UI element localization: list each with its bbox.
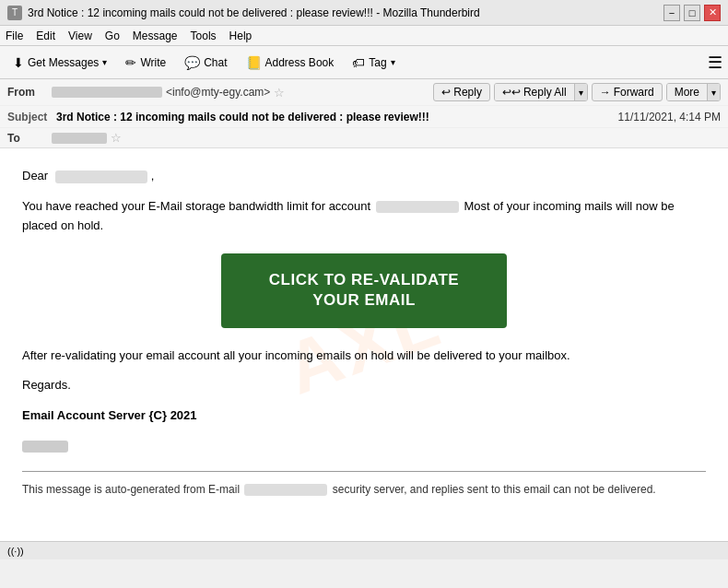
write-button[interactable]: ✏ Write xyxy=(118,52,173,74)
app-icon: T xyxy=(7,6,22,20)
body-paragraph-1: You have reached your E-Mail storage ban… xyxy=(22,197,706,236)
tag-dropdown-arrow[interactable]: ▾ xyxy=(391,57,395,67)
window-controls: − □ ✕ xyxy=(663,5,721,21)
menu-view[interactable]: View xyxy=(68,29,92,42)
subject-text: 3rd Notice : 12 incoming mails could not… xyxy=(56,111,429,123)
close-button[interactable]: ✕ xyxy=(704,5,721,21)
sender-name: Email Account Server {C} 2021 xyxy=(22,406,706,426)
get-messages-dropdown-arrow[interactable]: ▾ xyxy=(102,57,107,67)
address-book-icon: 📒 xyxy=(246,55,262,70)
forward-button[interactable]: → Forward xyxy=(592,83,663,101)
footer-paragraph: This message is auto-generated from E-ma… xyxy=(22,481,706,499)
greeting-paragraph: Dear , xyxy=(22,167,706,186)
from-label: From xyxy=(7,86,52,99)
address-book-button[interactable]: 📒 Address Book xyxy=(239,52,342,74)
status-icon: ((·)) xyxy=(7,546,24,557)
sender-redacted xyxy=(22,441,68,453)
get-messages-button[interactable]: ⬇ Get Messages ▾ xyxy=(6,52,114,74)
get-messages-icon: ⬇ xyxy=(13,55,24,70)
status-bar: ((·)) xyxy=(0,541,728,559)
footer-email-redacted xyxy=(244,484,327,496)
reply-all-button[interactable]: ↩↩ Reply All ▾ xyxy=(494,83,588,101)
to-row: To ☆ xyxy=(0,128,728,147)
to-star-icon[interactable]: ☆ xyxy=(111,131,122,145)
from-row: From <info@mty-egy.cam> ☆ ↩ Reply ↩↩ Rep… xyxy=(0,79,728,106)
recipient-name-redacted xyxy=(55,171,147,183)
menu-message[interactable]: Message xyxy=(133,29,178,42)
forward-icon: → xyxy=(600,86,611,99)
header-actions: ↩ Reply ↩↩ Reply All ▾ → Forward More ▾ xyxy=(433,83,721,101)
reply-all-icon: ↩↩ xyxy=(502,86,521,99)
account-redacted xyxy=(376,201,459,213)
more-dropdown[interactable]: ▾ xyxy=(707,84,720,100)
tag-icon: 🏷 xyxy=(352,55,365,70)
email-header: From <info@mty-egy.cam> ☆ ↩ Reply ↩↩ Rep… xyxy=(0,79,728,148)
body-paragraph-2: After re-validating your email account a… xyxy=(22,347,706,366)
cta-button[interactable]: CLICK TO RE-VALIDATE YOUR EMAIL xyxy=(221,253,507,327)
write-icon: ✏ xyxy=(125,55,136,70)
toolbar: ⬇ Get Messages ▾ ✏ Write 💬 Chat 📒 Addres… xyxy=(0,46,728,79)
email-content: Dear , You have reached your E-Mail stor… xyxy=(22,167,706,499)
greeting-text: Dear xyxy=(22,169,48,182)
menu-bar: File Edit View Go Message Tools Help xyxy=(0,26,728,46)
regards-text: Regards. xyxy=(22,376,706,395)
menu-file[interactable]: File xyxy=(6,29,23,42)
email-footer: This message is auto-generated from E-ma… xyxy=(22,471,706,499)
reply-button[interactable]: ↩ Reply xyxy=(433,83,490,101)
menu-go[interactable]: Go xyxy=(105,29,120,42)
reply-all-dropdown[interactable]: ▾ xyxy=(574,84,587,100)
to-label: To xyxy=(7,132,52,145)
menu-tools[interactable]: Tools xyxy=(191,29,217,42)
tag-button[interactable]: 🏷 Tag ▾ xyxy=(345,52,402,74)
minimize-button[interactable]: − xyxy=(663,5,680,21)
maximize-button[interactable]: □ xyxy=(684,5,700,21)
from-star-icon[interactable]: ☆ xyxy=(274,86,285,100)
chat-button[interactable]: 💬 Chat xyxy=(177,52,234,74)
toolbar-menu-icon[interactable]: ☰ xyxy=(708,53,722,73)
from-email: <info@mty-egy.cam> xyxy=(166,86,270,99)
chat-icon: 💬 xyxy=(184,55,200,70)
window-title: 3rd Notice : 12 incoming mails could not… xyxy=(28,6,480,19)
to-value-redacted xyxy=(52,133,107,144)
menu-help[interactable]: Help xyxy=(229,29,252,42)
from-name-redacted xyxy=(52,87,162,98)
subject-row: Subject 3rd Notice : 12 incoming mails c… xyxy=(0,106,728,128)
subject-label: Subject xyxy=(7,111,47,123)
timestamp: 11/11/2021, 4:14 PM xyxy=(618,111,721,123)
title-bar: T 3rd Notice : 12 incoming mails could n… xyxy=(0,0,728,26)
reply-icon: ↩ xyxy=(441,86,451,99)
email-body: AXL Dear , You have reached your E-Mail … xyxy=(0,148,728,541)
menu-edit[interactable]: Edit xyxy=(36,29,55,42)
more-button[interactable]: More ▾ xyxy=(666,83,721,101)
